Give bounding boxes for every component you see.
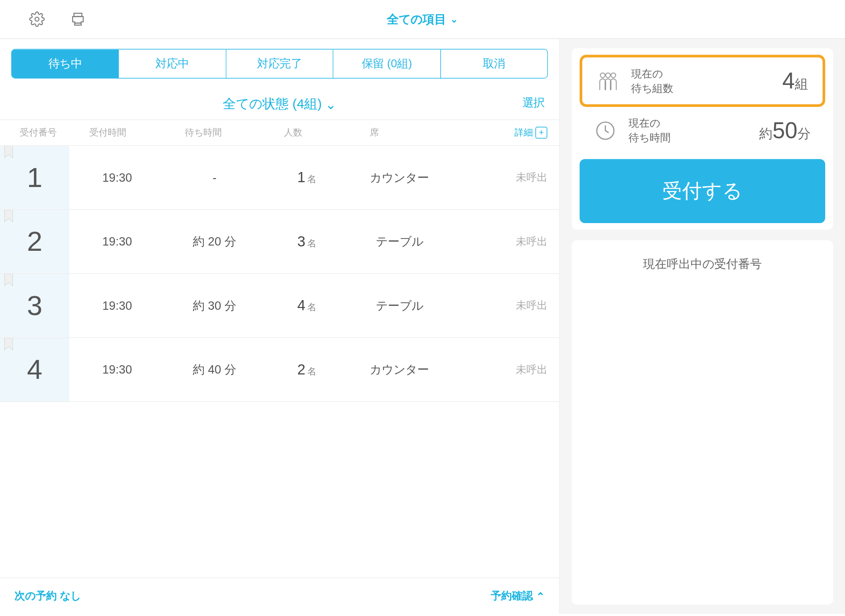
cell-time: 19:30 [70, 235, 165, 249]
cell-time: 19:30 [70, 363, 165, 377]
cell-wait: - [165, 171, 264, 185]
tab-2[interactable]: 対応完了 [226, 50, 334, 78]
cell-seat: テーブル [350, 298, 449, 314]
tab-4[interactable]: 取消 [441, 50, 547, 78]
cell-wait: 約 40 分 [165, 362, 264, 378]
current-callout-card: 現在呼出中の受付番号 [572, 241, 833, 605]
people-icon [597, 70, 619, 92]
state-filter-label: 全ての状態 (4組) [223, 95, 322, 113]
svg-point-6 [611, 73, 616, 77]
reservation-check-button[interactable]: 予約確認 ⌃ [491, 589, 545, 603]
bookmark-icon [4, 146, 13, 159]
svg-point-5 [606, 73, 610, 77]
chevron-up-icon: ⌃ [536, 590, 545, 602]
col-detail[interactable]: 詳細 + [469, 127, 547, 139]
col-wait-time: 待ち時間 [185, 127, 284, 139]
cell-status: 未呼出 [449, 299, 547, 313]
table-row[interactable]: 219:30約 20 分3名テーブル未呼出 [0, 210, 559, 274]
cell-status: 未呼出 [449, 171, 547, 185]
bookmark-icon [4, 210, 13, 223]
tab-1[interactable]: 対応中 [119, 50, 227, 78]
plus-icon[interactable]: + [536, 127, 547, 139]
bookmark-icon [4, 338, 13, 351]
filter-all-items[interactable]: 全ての項目 ⌄ [387, 11, 458, 27]
svg-point-1 [76, 23, 77, 24]
col-people: 人数 [284, 127, 370, 139]
chevron-down-icon: ⌄ [325, 96, 337, 112]
cell-wait: 約 20 分 [165, 234, 264, 249]
col-seat: 席 [370, 127, 469, 139]
state-filter[interactable]: 全ての状態 (4組) ⌄ [12, 95, 547, 113]
cell-status: 未呼出 [449, 235, 547, 249]
cell-time: 19:30 [70, 299, 165, 313]
col-receipt-time: 受付時間 [89, 127, 185, 139]
status-tabs: 待ち中対応中対応完了保留 (0組)取消 [11, 49, 548, 79]
next-reservation: 次の予約 なし [15, 589, 81, 603]
filter-label: 全ての項目 [387, 11, 446, 27]
svg-point-4 [600, 73, 605, 77]
bookmark-icon [4, 274, 13, 287]
cell-seat: カウンター [350, 362, 449, 378]
settings-icon[interactable] [28, 10, 46, 29]
tab-3[interactable]: 保留 (0組) [334, 50, 441, 78]
cell-people: 4名 [264, 297, 350, 314]
cell-people: 3名 [264, 233, 350, 250]
table-row[interactable]: 119:30-1名カウンター未呼出 [0, 146, 559, 210]
callout-title: 現在呼出中の受付番号 [588, 257, 817, 272]
cell-status: 未呼出 [449, 363, 547, 377]
cell-seat: テーブル [350, 234, 449, 249]
cell-seat: カウンター [350, 170, 449, 186]
table-row[interactable]: 419:30約 40 分2名カウンター未呼出 [0, 338, 559, 402]
svg-point-3 [80, 23, 81, 24]
cell-time: 19:30 [70, 171, 165, 185]
cell-people: 1名 [264, 169, 350, 186]
col-receipt-no: 受付番号 [20, 127, 89, 139]
svg-point-2 [77, 23, 78, 24]
chevron-down-icon: ⌄ [450, 14, 458, 25]
waiting-groups-stat: 現在の 待ち組数 4組 [580, 55, 825, 107]
waiting-time-stat: 現在の 待ち時間 約50分 [580, 107, 825, 154]
svg-point-0 [35, 17, 39, 21]
cell-wait: 約 30 分 [165, 298, 264, 314]
printer-icon[interactable] [69, 10, 87, 29]
select-button[interactable]: 選択 [522, 95, 545, 110]
cell-people: 2名 [264, 361, 350, 378]
clock-icon [594, 120, 617, 141]
register-button[interactable]: 受付する [580, 159, 825, 224]
tab-0[interactable]: 待ち中 [12, 50, 119, 78]
table-row[interactable]: 319:30約 30 分4名テーブル未呼出 [0, 274, 559, 338]
